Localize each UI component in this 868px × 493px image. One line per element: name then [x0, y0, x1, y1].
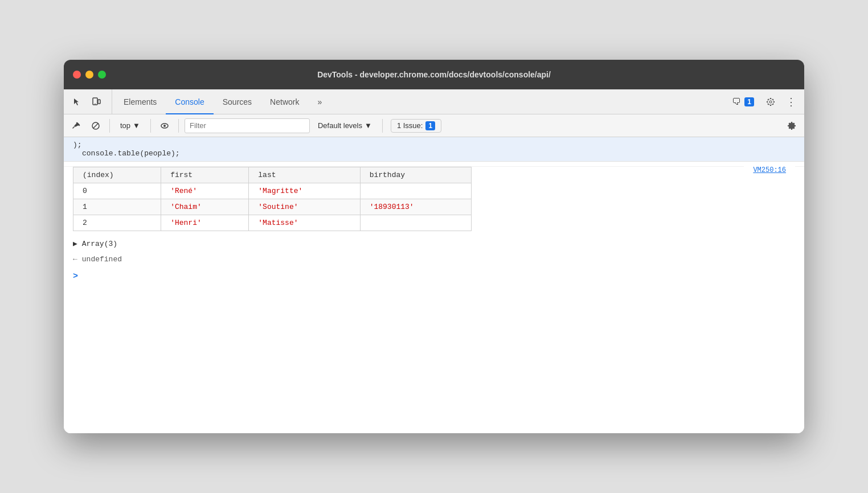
tab-list: Elements Console Sources Network » [114, 89, 727, 114]
issue-count-badge: 1 [425, 121, 435, 130]
clear-console-button[interactable] [68, 118, 84, 134]
tab-sources[interactable]: Sources [214, 90, 261, 114]
cursor-icon [72, 97, 81, 106]
tab-network[interactable]: Network [261, 90, 308, 114]
devtools-window: DevTools - developer.chrome.com/docs/dev… [64, 60, 804, 433]
toolbar-divider-3 [178, 119, 179, 133]
tab-elements[interactable]: Elements [114, 90, 166, 114]
filter-input[interactable] [185, 118, 310, 133]
col-header-index: (index) [73, 167, 161, 183]
cell-first: 'Henri' [161, 215, 249, 231]
eye-icon [160, 121, 169, 130]
more-options-button[interactable]: ⋮ [783, 96, 800, 108]
console-table: (index) first last birthday 0'René''Magr… [73, 167, 472, 231]
device-toolbar-button[interactable] [88, 93, 105, 110]
cell-birthday: '18930113' [360, 199, 471, 215]
svg-point-2 [95, 103, 96, 104]
maximize-button[interactable] [98, 71, 106, 79]
vm-link-row: VM250:16 [64, 162, 804, 167]
undefined-text: undefined [82, 255, 122, 264]
tab-bar: Elements Console Sources Network » 🗨 1 [64, 89, 804, 114]
close-button[interactable] [73, 71, 81, 79]
console-prompt-line[interactable]: > [64, 267, 804, 286]
table-row: 2'Henri''Matisse' [73, 215, 472, 231]
toolbar-divider-2 [150, 119, 151, 133]
levels-dropdown-icon: ▼ [365, 121, 372, 130]
cell-index: 2 [73, 215, 161, 231]
console-output: ); console.table(people); VM250:16 (inde… [64, 137, 804, 433]
tab-bar-right: 🗨 1 ⋮ [727, 89, 800, 114]
title-bar: DevTools - developer.chrome.com/docs/dev… [64, 60, 804, 89]
context-label: top [120, 121, 130, 130]
svg-line-4 [93, 123, 99, 128]
cell-first: 'Chaim' [161, 199, 249, 215]
cell-birthday [360, 215, 471, 231]
default-levels-button[interactable]: Default levels ▼ [313, 120, 376, 132]
cell-birthday [360, 183, 471, 199]
col-header-first: first [161, 167, 249, 183]
toolbar-divider-4 [382, 119, 383, 133]
clear-icon [72, 121, 81, 130]
context-dropdown-icon: ▼ [133, 121, 140, 130]
console-toolbar: top ▼ Default levels ▼ 1 Issue: 1 [64, 114, 804, 137]
console-gear-icon [787, 121, 796, 130]
array-expand-button[interactable]: ▶ Array(3) [64, 236, 804, 252]
ban-button[interactable] [88, 118, 104, 134]
cell-index: 1 [73, 199, 161, 215]
traffic-lights [73, 71, 106, 79]
cell-first: 'René' [161, 183, 249, 199]
inspect-element-button[interactable] [68, 93, 85, 110]
svg-rect-1 [98, 100, 100, 104]
cell-last: 'Matisse' [249, 215, 360, 231]
code-line-1: ); console.table(people); [64, 137, 804, 162]
console-settings-button[interactable] [784, 118, 800, 134]
prompt-chevron-icon: > [73, 272, 78, 281]
eye-button[interactable] [157, 118, 173, 134]
minimize-button[interactable] [85, 71, 93, 79]
ban-icon [91, 121, 100, 130]
tab-console[interactable]: Console [166, 90, 213, 114]
cell-last: 'Magritte' [249, 183, 360, 199]
col-header-last: last [249, 167, 360, 183]
context-selector-button[interactable]: top ▼ [116, 120, 145, 132]
table-row: 0'René''Magritte' [73, 183, 472, 199]
undefined-output: ← undefined [64, 252, 804, 267]
settings-button[interactable] [762, 93, 779, 110]
issues-badge: 1 [744, 97, 754, 106]
device-icon [92, 97, 101, 106]
array-expand-label: ▶ Array(3) [73, 239, 117, 248]
tab-bar-icons [68, 89, 112, 114]
toolbar-divider-1 [109, 119, 110, 133]
table-row: 1'Chaim''Soutine''18930113' [73, 199, 472, 215]
svg-point-6 [163, 125, 166, 127]
tab-more[interactable]: » [308, 90, 331, 114]
console-table-container: (index) first last birthday 0'René''Magr… [64, 167, 804, 236]
output-arrow-icon: ← [73, 255, 77, 264]
cell-index: 0 [73, 183, 161, 199]
vm-link[interactable]: VM250:16 [744, 164, 795, 176]
issues-counter-button[interactable]: 🗨 1 [727, 95, 759, 109]
window-title: DevTools - developer.chrome.com/docs/dev… [317, 70, 551, 79]
col-header-birthday: birthday [360, 167, 471, 183]
issues-button[interactable]: 1 Issue: 1 [391, 119, 441, 133]
cell-last: 'Soutine' [249, 199, 360, 215]
gear-icon [766, 97, 775, 106]
